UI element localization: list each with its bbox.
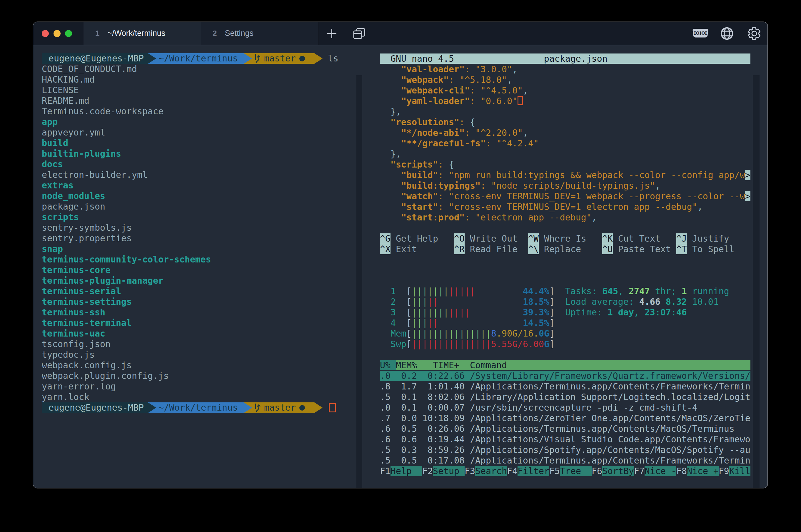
terminal-text: "build" — [401, 170, 438, 180]
ls-output: CODE_OF_CONDUCT.md HACKING.md LICENSE RE… — [42, 64, 338, 402]
terminal-text: U% — [380, 360, 396, 370]
zoom-button[interactable] — [65, 30, 72, 37]
terminal-text: 39.3% — [523, 307, 549, 318]
terminal-text — [475, 286, 523, 296]
ls-file: sentry.properties — [42, 233, 132, 243]
terminal-text: : "0.6.0" — [470, 96, 518, 106]
nano-editor-pane[interactable]: GNU nano 4.5 package.json "val-loader": … — [380, 54, 750, 254]
terminal-text: , — [618, 286, 629, 296]
terminal-text: : "cross-env TERMINUS_DEV=1 electron app… — [438, 202, 697, 212]
terminal-text: Read File — [465, 244, 528, 254]
serial-port-icon[interactable]: IOIOI — [692, 28, 709, 39]
terminal-text: Setup — [433, 466, 465, 476]
tab-work-terminus[interactable]: 1 ~/Work/terminus — [83, 22, 201, 45]
prompt-path-segment: ~/Work/terminus — [148, 53, 244, 64]
terminal-text: }, — [391, 107, 401, 117]
typed-command: ls — [328, 53, 338, 64]
terminal-text: Cut Text — [613, 233, 676, 244]
terminal-text: , — [523, 85, 528, 96]
terminal-text: .5 0.1 8:02.06 /Library/Application Supp… — [380, 392, 750, 402]
terminal-text: 5.55G/6.00 — [491, 339, 544, 349]
ls-directory: terminus-serial — [42, 286, 121, 296]
terminal-text: thr; — [650, 286, 682, 296]
terminal-text: ^G — [380, 233, 391, 244]
terminal-text: Help — [391, 466, 422, 476]
terminal-text: .7 0.0 10:18.09 /Applications/ZeroTier O… — [380, 413, 750, 423]
terminal-text: 8.32 — [666, 297, 687, 307]
right-pane-scrollbar[interactable] — [753, 75, 760, 488]
terminal-text: Uptime: — [565, 307, 608, 318]
terminal-text: .5 0.5 0:17.08 /Applications/Terminus.ap… — [380, 455, 750, 466]
terminal-text: 2 — [380, 297, 406, 307]
left-pane-scrollbar[interactable] — [356, 75, 362, 488]
terminal-text: Where Is — [539, 233, 602, 244]
terminal-text: F2 — [422, 466, 433, 476]
terminal-text — [380, 64, 401, 74]
terminal-text: Tree — [560, 466, 592, 476]
terminal-text: Search — [475, 466, 507, 476]
terminal-text: MEM% TIME+ Command — [396, 360, 750, 370]
terminal-text: ^J — [676, 233, 687, 244]
ls-file: sentry-symbols.js — [42, 223, 132, 233]
terminal-text: "build:typings" — [401, 180, 481, 191]
terminal-text: F4 — [507, 466, 518, 476]
screenshot-canvas: 1 ~/Work/terminus 2 Settings IOIOI — [0, 0, 801, 532]
terminal-text — [380, 96, 401, 106]
terminal-text: { — [470, 117, 475, 127]
ls-file: LICENSE — [42, 85, 79, 95]
git-branch-icon — [254, 54, 262, 63]
terminal-text: ||||||||||||||| — [412, 328, 491, 339]
ls-file: appveyor.yml — [42, 127, 105, 137]
terminal-text: F8 — [676, 466, 687, 476]
terminal-text: SortBy — [602, 466, 634, 476]
powerline-arrow-icon — [244, 402, 252, 413]
terminal-text: 10.01 — [687, 297, 719, 307]
terminal-text — [380, 75, 401, 85]
terminal-cursor — [329, 403, 336, 412]
ls-directory: node_modules — [42, 191, 105, 201]
terminal-text: ] — [549, 339, 555, 349]
terminal-text: 2747 — [629, 286, 650, 296]
htop-pane[interactable]: 1 [|||||||||||| 44.4%] Tasks: 645, 2747 … — [380, 286, 750, 476]
terminal-text — [438, 297, 523, 307]
close-button[interactable] — [42, 30, 49, 37]
terminal-text: [ — [406, 286, 412, 296]
gear-icon[interactable] — [747, 27, 761, 40]
terminal-text: : "^2.20.0" — [465, 128, 523, 138]
terminal-text: GNU nano 4.5 package.json — [380, 54, 750, 64]
git-dirty-dot — [299, 56, 305, 61]
ls-directory: terminus-plugin-manager — [42, 276, 164, 286]
terminal-text: .0 0.1 0:00.07 /usr/sbin/screencapture -… — [380, 402, 697, 413]
globe-icon[interactable] — [720, 27, 734, 40]
terminal-text: ||||||| — [412, 286, 449, 296]
terminal-text: ] — [549, 286, 555, 296]
terminal-text: Justify — [687, 233, 729, 244]
terminal-text: ||||||||||||||| — [412, 339, 491, 349]
ls-file: tsconfig.json — [42, 339, 111, 349]
git-dirty-dot — [299, 405, 305, 411]
terminal-text: [ — [406, 307, 412, 318]
terminal-text: "webpack" — [401, 75, 449, 85]
terminal-text: ||| — [412, 297, 428, 307]
terminal-cursor — [518, 96, 523, 105]
terminal-text: 0G — [539, 328, 549, 339]
traffic-lights — [33, 22, 84, 45]
terminal-text: 1 day, 23:07:46 — [608, 307, 687, 318]
terminal-text: ^U — [602, 244, 613, 254]
terminal-text: : "npm run build:typings && webpack --co… — [438, 170, 745, 180]
prompt-git-segment: master — [244, 53, 314, 64]
terminal-text — [470, 307, 523, 318]
terminal-text: }, — [391, 149, 401, 159]
shell-pane[interactable]: eugene@Eugenes-MBP ~/Work/terminus maste… — [42, 53, 338, 413]
terminal-text: ||||| — [449, 286, 475, 296]
prompt-path-segment: ~/Work/terminus — [148, 402, 244, 413]
toolbar-icons: IOIOI — [692, 22, 761, 45]
split-layout-icon[interactable] — [353, 27, 366, 39]
new-tab-icon[interactable] — [327, 29, 336, 38]
tab-settings[interactable]: 2 Settings — [201, 22, 319, 45]
terminal-text: 44.4% — [523, 286, 549, 296]
terminal-text: F9 — [719, 466, 729, 476]
minimize-button[interactable] — [54, 30, 60, 37]
tab-title: ~/Work/terminus — [107, 29, 165, 38]
terminal-text: 645 — [602, 286, 618, 296]
